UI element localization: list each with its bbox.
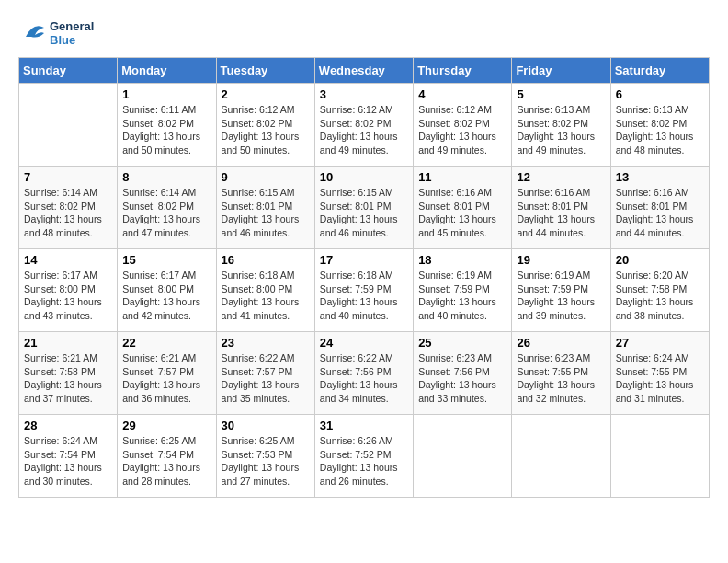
calendar-cell: 10Sunrise: 6:15 AM Sunset: 8:01 PM Dayli… — [314, 167, 413, 249]
calendar-cell — [414, 415, 512, 498]
calendar-cell: 2Sunrise: 6:12 AM Sunset: 8:02 PM Daylig… — [216, 84, 314, 167]
day-info: Sunrise: 6:15 AM Sunset: 8:01 PM Dayligh… — [320, 186, 408, 240]
week-row-3: 14Sunrise: 6:17 AM Sunset: 8:00 PM Dayli… — [19, 249, 710, 332]
day-number: 2 — [222, 87, 310, 101]
calendar-cell: 20Sunrise: 6:20 AM Sunset: 7:58 PM Dayli… — [610, 249, 709, 332]
day-info: Sunrise: 6:19 AM Sunset: 7:59 PM Dayligh… — [418, 269, 506, 323]
page-header: General Blue — [18, 18, 710, 48]
day-number: 24 — [320, 336, 408, 350]
calendar-cell: 15Sunrise: 6:17 AM Sunset: 8:00 PM Dayli… — [118, 249, 216, 332]
calendar-cell — [19, 84, 118, 167]
calendar-cell: 28Sunrise: 6:24 AM Sunset: 7:54 PM Dayli… — [19, 415, 118, 498]
day-number: 6 — [616, 87, 704, 101]
day-number: 21 — [24, 336, 112, 350]
week-row-4: 21Sunrise: 6:21 AM Sunset: 7:58 PM Dayli… — [19, 332, 710, 415]
day-number: 1 — [122, 87, 210, 101]
day-number: 25 — [418, 336, 506, 350]
day-number: 29 — [122, 419, 210, 432]
logo: General Blue — [18, 18, 94, 48]
calendar-cell: 23Sunrise: 6:22 AM Sunset: 7:57 PM Dayli… — [216, 332, 314, 415]
weekday-header-wednesday: Wednesday — [314, 58, 413, 84]
calendar-cell: 25Sunrise: 6:23 AM Sunset: 7:56 PM Dayli… — [414, 332, 512, 415]
day-info: Sunrise: 6:14 AM Sunset: 8:02 PM Dayligh… — [24, 186, 112, 240]
day-info: Sunrise: 6:18 AM Sunset: 7:59 PM Dayligh… — [320, 269, 408, 323]
day-info: Sunrise: 6:22 AM Sunset: 7:56 PM Dayligh… — [320, 351, 408, 406]
day-number: 17 — [320, 253, 408, 267]
day-info: Sunrise: 6:13 AM Sunset: 8:02 PM Dayligh… — [616, 103, 704, 157]
calendar-cell: 8Sunrise: 6:14 AM Sunset: 8:02 PM Daylig… — [118, 167, 216, 249]
day-info: Sunrise: 6:19 AM Sunset: 7:59 PM Dayligh… — [517, 269, 605, 323]
day-info: Sunrise: 6:22 AM Sunset: 7:57 PM Dayligh… — [222, 351, 310, 406]
calendar-cell — [610, 415, 709, 498]
day-number: 13 — [616, 170, 704, 184]
day-number: 23 — [222, 336, 310, 350]
day-info: Sunrise: 6:16 AM Sunset: 8:01 PM Dayligh… — [517, 186, 605, 240]
day-number: 9 — [222, 170, 310, 184]
day-number: 12 — [517, 170, 605, 184]
day-number: 30 — [222, 419, 310, 432]
calendar-cell: 31Sunrise: 6:26 AM Sunset: 7:52 PM Dayli… — [314, 415, 413, 498]
day-info: Sunrise: 6:20 AM Sunset: 7:58 PM Dayligh… — [616, 269, 704, 323]
calendar-cell: 14Sunrise: 6:17 AM Sunset: 8:00 PM Dayli… — [19, 249, 118, 332]
day-info: Sunrise: 6:17 AM Sunset: 8:00 PM Dayligh… — [122, 269, 210, 323]
day-info: Sunrise: 6:26 AM Sunset: 7:52 PM Dayligh… — [320, 434, 408, 488]
weekday-header-saturday: Saturday — [610, 58, 709, 84]
calendar-cell: 6Sunrise: 6:13 AM Sunset: 8:02 PM Daylig… — [610, 84, 709, 167]
day-number: 28 — [24, 419, 112, 432]
day-number: 27 — [616, 336, 704, 350]
logo-general-text: General — [50, 19, 94, 33]
day-number: 7 — [24, 170, 112, 184]
week-row-5: 28Sunrise: 6:24 AM Sunset: 7:54 PM Dayli… — [19, 415, 710, 498]
day-number: 11 — [418, 170, 506, 184]
day-info: Sunrise: 6:16 AM Sunset: 8:01 PM Dayligh… — [616, 186, 704, 240]
day-info: Sunrise: 6:13 AM Sunset: 8:02 PM Dayligh… — [517, 103, 605, 157]
day-number: 14 — [24, 253, 112, 267]
day-info: Sunrise: 6:25 AM Sunset: 7:54 PM Dayligh… — [122, 434, 210, 488]
calendar-cell: 30Sunrise: 6:25 AM Sunset: 7:53 PM Dayli… — [216, 415, 314, 498]
calendar-cell: 4Sunrise: 6:12 AM Sunset: 8:02 PM Daylig… — [414, 84, 512, 167]
calendar-cell: 1Sunrise: 6:11 AM Sunset: 8:02 PM Daylig… — [118, 84, 216, 167]
weekday-header-monday: Monday — [118, 58, 216, 84]
day-number: 5 — [517, 87, 605, 101]
day-info: Sunrise: 6:12 AM Sunset: 8:02 PM Dayligh… — [418, 103, 506, 157]
calendar-cell — [512, 415, 610, 498]
weekday-header-row: SundayMondayTuesdayWednesdayThursdayFrid… — [19, 58, 710, 84]
day-number: 10 — [320, 170, 408, 184]
day-info: Sunrise: 6:23 AM Sunset: 7:55 PM Dayligh… — [517, 351, 605, 406]
day-info: Sunrise: 6:14 AM Sunset: 8:02 PM Dayligh… — [122, 186, 210, 240]
calendar-cell: 22Sunrise: 6:21 AM Sunset: 7:57 PM Dayli… — [118, 332, 216, 415]
day-number: 22 — [122, 336, 210, 350]
calendar-cell: 16Sunrise: 6:18 AM Sunset: 8:00 PM Dayli… — [216, 249, 314, 332]
day-info: Sunrise: 6:21 AM Sunset: 7:58 PM Dayligh… — [24, 351, 112, 406]
calendar-cell: 27Sunrise: 6:24 AM Sunset: 7:55 PM Dayli… — [610, 332, 709, 415]
calendar-cell: 13Sunrise: 6:16 AM Sunset: 8:01 PM Dayli… — [610, 167, 709, 249]
calendar-cell: 21Sunrise: 6:21 AM Sunset: 7:58 PM Dayli… — [19, 332, 118, 415]
weekday-header-friday: Friday — [512, 58, 610, 84]
day-info: Sunrise: 6:11 AM Sunset: 8:02 PM Dayligh… — [122, 103, 210, 157]
logo-bird-icon — [18, 18, 48, 48]
day-number: 4 — [418, 87, 506, 101]
calendar-cell: 26Sunrise: 6:23 AM Sunset: 7:55 PM Dayli… — [512, 332, 610, 415]
day-info: Sunrise: 6:24 AM Sunset: 7:55 PM Dayligh… — [616, 351, 704, 406]
day-number: 31 — [320, 419, 408, 432]
day-number: 18 — [418, 253, 506, 267]
day-number: 26 — [517, 336, 605, 350]
calendar-cell: 12Sunrise: 6:16 AM Sunset: 8:01 PM Dayli… — [512, 167, 610, 249]
day-info: Sunrise: 6:18 AM Sunset: 8:00 PM Dayligh… — [222, 269, 310, 323]
day-info: Sunrise: 6:17 AM Sunset: 8:00 PM Dayligh… — [24, 269, 112, 323]
weekday-header-thursday: Thursday — [414, 58, 512, 84]
day-number: 20 — [616, 253, 704, 267]
calendar-cell: 5Sunrise: 6:13 AM Sunset: 8:02 PM Daylig… — [512, 84, 610, 167]
calendar-cell: 7Sunrise: 6:14 AM Sunset: 8:02 PM Daylig… — [19, 167, 118, 249]
calendar-cell: 29Sunrise: 6:25 AM Sunset: 7:54 PM Dayli… — [118, 415, 216, 498]
day-info: Sunrise: 6:25 AM Sunset: 7:53 PM Dayligh… — [222, 434, 310, 488]
calendar-table: SundayMondayTuesdayWednesdayThursdayFrid… — [18, 57, 710, 498]
weekday-header-tuesday: Tuesday — [216, 58, 314, 84]
calendar-cell: 24Sunrise: 6:22 AM Sunset: 7:56 PM Dayli… — [314, 332, 413, 415]
day-number: 3 — [320, 87, 408, 101]
day-info: Sunrise: 6:12 AM Sunset: 8:02 PM Dayligh… — [320, 103, 408, 157]
week-row-2: 7Sunrise: 6:14 AM Sunset: 8:02 PM Daylig… — [19, 167, 710, 249]
day-info: Sunrise: 6:21 AM Sunset: 7:57 PM Dayligh… — [122, 351, 210, 406]
day-number: 8 — [122, 170, 210, 184]
day-info: Sunrise: 6:24 AM Sunset: 7:54 PM Dayligh… — [24, 434, 112, 488]
